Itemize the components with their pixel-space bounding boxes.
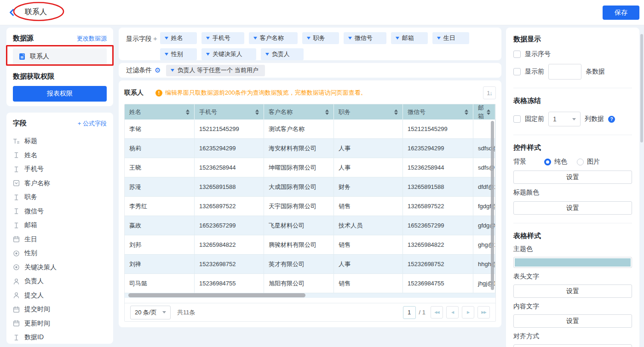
table-header-cell[interactable]: 姓名 — [125, 104, 195, 119]
vertical-scrollbar[interactable] — [491, 121, 494, 290]
field-item[interactable]: 提交时间 — [13, 302, 107, 317]
display-field-chip[interactable]: 负责人 — [261, 48, 304, 60]
data-table: 姓名 手机号 客户名称 职务 微信号 邮箱 李铭15212154529 — [124, 104, 496, 322]
image-radio[interactable] — [577, 159, 584, 165]
next-page-button[interactable]: ▶ — [462, 306, 474, 319]
table-row: 司马懿15236984755旭阳有限公司销售15236984755jhgj@16 — [125, 274, 495, 293]
display-field-chip[interactable]: 客户名称 — [249, 32, 298, 44]
table-header-cell[interactable]: 手机号 — [195, 104, 264, 119]
image-label: 图片 — [587, 158, 600, 166]
solid-color-label: 纯色 — [554, 158, 567, 166]
display-field-chip[interactable]: 性别 — [160, 48, 197, 60]
field-item[interactable]: 生日 — [13, 233, 107, 247]
display-field-chip[interactable]: 职务 — [302, 32, 339, 44]
fix-first-label: 固定前 — [525, 115, 544, 123]
page-size-select[interactable]: 20 条/页 — [130, 306, 171, 319]
pagination-bar: 20 条/页 共11条 1 / 1 ◀◀ ◀ ▶ ▶▶ — [125, 303, 495, 321]
field-item[interactable]: 更新时间 — [13, 317, 107, 331]
table-cell: 人事 — [334, 158, 403, 177]
fix-columns-select[interactable]: 1 — [548, 112, 581, 126]
display-field-chip[interactable]: 姓名 — [160, 32, 197, 44]
field-item[interactable]: 微信号 — [13, 205, 107, 219]
chevron-down-icon — [206, 37, 210, 40]
prev-page-button[interactable]: ◀ — [446, 306, 459, 319]
horizontal-scrollbar[interactable] — [128, 293, 305, 297]
content-text-label: 内容文字 — [513, 302, 632, 311]
field-item[interactable]: 标题 — [13, 134, 107, 148]
fix-columns-checkbox[interactable] — [513, 115, 521, 123]
display-field-chip[interactable]: 微信号 — [344, 32, 386, 44]
chevron-down-icon — [396, 37, 399, 40]
fields-heading: 字段 — [13, 119, 27, 128]
solid-color-radio[interactable] — [544, 159, 551, 165]
show-index-label: 显示序号 — [525, 50, 551, 58]
report-permission-button[interactable]: 报表权限 — [13, 86, 107, 102]
table-header-cell[interactable]: 职务 — [334, 104, 403, 119]
chevron-down-icon — [162, 311, 166, 313]
field-item[interactable]: 职务 — [13, 190, 107, 205]
show-first-input[interactable] — [548, 64, 581, 80]
gear-icon[interactable]: ⚙ — [155, 66, 161, 74]
show-index-checkbox[interactable] — [513, 51, 521, 58]
table-cell: 司马懿 — [125, 274, 195, 293]
display-field-chip[interactable]: 生日 — [432, 32, 469, 44]
field-item[interactable]: 客户名称 — [13, 176, 107, 191]
table-cell: 英才有限公司 — [264, 255, 334, 274]
fields-panel: 字段 + 公式字段 标题 姓名 手机号 客户名称 职务 微信号 邮箱 生日 性别 — [6, 113, 113, 344]
chevron-down-icon — [206, 53, 210, 56]
field-item[interactable]: 关键决策人 — [13, 261, 107, 275]
back-button[interactable] — [7, 7, 17, 17]
content-text-set-button[interactable]: 设置 — [513, 314, 632, 328]
page-input[interactable]: 1 — [403, 306, 416, 319]
header-text-set-button[interactable]: 设置 — [513, 284, 632, 298]
help-icon[interactable]: ? — [608, 116, 615, 123]
sort-carets-icon — [394, 109, 398, 115]
field-item[interactable]: 负责人 — [13, 274, 107, 289]
change-datasource-link[interactable]: 更改数据源 — [77, 34, 107, 43]
display-field-chip[interactable]: 关键决策人 — [201, 48, 256, 60]
title-color-set-button[interactable]: 设置 — [513, 201, 632, 215]
field-item[interactable]: 手机号 — [13, 162, 107, 176]
sort-carets-icon — [186, 109, 190, 115]
add-formula-field-link[interactable]: + 公式字段 — [78, 119, 107, 128]
table-body: 李铭152121545299测试客户名称152121545299杨莉162352… — [125, 119, 495, 293]
table-cell: 测试客户名称 — [264, 119, 334, 139]
display-field-chip[interactable]: 手机号 — [201, 32, 244, 44]
table-header-cell[interactable]: 邮箱 — [473, 104, 495, 119]
header-text-label: 表头文字 — [513, 273, 632, 281]
add-display-field-button[interactable]: + — [153, 34, 157, 42]
table-cell — [334, 119, 403, 139]
table-header-cell[interactable]: 微信号 — [403, 104, 473, 119]
save-button[interactable]: 保存 — [603, 6, 639, 20]
table-cell: 13265891588 — [403, 177, 473, 197]
display-field-chip[interactable]: 邮箱 — [391, 32, 428, 44]
text-field-icon — [13, 222, 20, 229]
background-set-button[interactable]: 设置 — [513, 171, 632, 184]
theme-color-swatch[interactable] — [515, 258, 631, 267]
chevron-down-icon — [165, 53, 168, 56]
chevron-down-icon — [348, 37, 352, 40]
datasource-item[interactable]: 联系人 — [13, 48, 107, 65]
table-cell: 销售 — [334, 197, 403, 216]
sort-icon[interactable]: 1↓ — [483, 86, 496, 99]
table-row: 苏漫13265891588大成国际有限公司财务13265891588dfdf@1 — [125, 177, 495, 197]
field-item[interactable]: 姓名 — [13, 148, 107, 163]
field-item[interactable]: 数据ID — [13, 330, 107, 344]
page-scrollbar[interactable] — [640, 34, 643, 142]
show-first-unit: 条数据 — [586, 68, 605, 76]
field-item[interactable]: 性别 — [13, 246, 107, 261]
settings-panel: 数据显示 显示序号 显示前 条数据 表格冻结 固定前 1 列数据 ? 控件样式 … — [506, 28, 639, 347]
table-cell: 16235294299 — [403, 139, 473, 158]
filter-condition-chip[interactable]: 负责人 等于任意一个 当前用户 — [166, 65, 264, 76]
field-item[interactable]: 提交人 — [13, 289, 107, 303]
show-first-checkbox[interactable] — [513, 68, 521, 75]
last-page-button[interactable]: ▶▶ — [477, 306, 490, 319]
chevron-down-icon — [171, 69, 174, 72]
table-row: 王晓15236258944坤曜国际有限公司人事15236258944sdfs@1 — [125, 158, 495, 177]
table-header-cell[interactable]: 客户名称 — [264, 104, 334, 119]
field-item[interactable]: 邮箱 — [13, 218, 107, 233]
table-cell: 杨莉 — [125, 139, 195, 158]
title-color-label: 标题颜色 — [513, 188, 632, 197]
first-page-button[interactable]: ◀◀ — [431, 306, 443, 319]
alignment-control[interactable] — [513, 344, 632, 347]
